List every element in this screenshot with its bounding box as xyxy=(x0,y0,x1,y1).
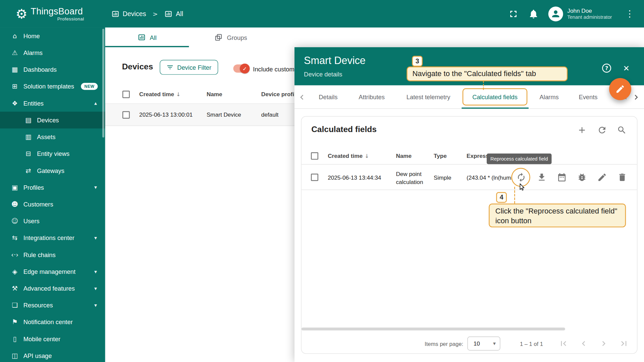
sidebar-label: Assets xyxy=(37,133,55,140)
notifications-bell-icon[interactable] xyxy=(528,8,539,19)
sidebar-item-customers[interactable]: ☻ Customers xyxy=(0,196,105,213)
sidebar-item-entities[interactable]: ❖ Entities ▴ xyxy=(0,95,105,112)
entity-tabs: All Groups xyxy=(105,27,644,47)
pagination-range: 1 – 1 of 1 xyxy=(509,341,554,347)
active-tab-underline xyxy=(462,108,529,109)
sidebar-item-resources[interactable]: ❏ Resources ▾ xyxy=(0,297,105,313)
entities-icon: ❖ xyxy=(10,99,19,107)
delete-trash-icon[interactable] xyxy=(617,172,627,182)
tab-alarms[interactable]: Alarms xyxy=(540,85,559,109)
top-header: ⚙ ThingsBoard Professional Devices > All xyxy=(0,0,644,27)
tabs-scroll-left-icon[interactable] xyxy=(297,93,307,102)
download-icon[interactable] xyxy=(537,172,546,182)
column-created-time[interactable]: Created time↓ xyxy=(139,91,180,98)
tab-groups[interactable]: Groups xyxy=(189,27,273,47)
previous-page-icon[interactable] xyxy=(579,339,588,348)
edit-pencil-icon[interactable] xyxy=(597,172,607,182)
tab-label: All xyxy=(150,34,157,41)
tab-details[interactable]: Details xyxy=(319,85,337,109)
sidebar-item-assets[interactable]: ▥ Assets xyxy=(0,128,105,145)
edit-fab-button[interactable] xyxy=(609,78,631,100)
annotation-step3-callout: Navigate to the "Calculated fields" tab xyxy=(407,66,568,81)
sidebar-item-dashboards[interactable]: ▦ Dashboards xyxy=(0,61,105,78)
chevron-down-icon: ▾ xyxy=(94,184,97,190)
breadcrumb-devices[interactable]: Devices xyxy=(111,10,146,18)
tabs-scroll-right-icon[interactable] xyxy=(631,93,641,102)
user-info[interactable]: John Doe Tenant administrator xyxy=(567,7,612,20)
next-page-icon[interactable] xyxy=(599,339,608,348)
person-icon xyxy=(550,8,561,19)
sidebar-item-api-usage[interactable]: ◫ API usage xyxy=(0,347,105,362)
app-logo[interactable]: ⚙ ThingsBoard Professional xyxy=(16,6,84,21)
annotation-step4-badge: 4 xyxy=(496,192,507,203)
row-checkbox[interactable] xyxy=(122,111,130,119)
devices-icon xyxy=(111,10,119,18)
sidebar-item-edge-management[interactable]: ◈ Edge management ▾ xyxy=(0,263,105,280)
row-checkbox[interactable] xyxy=(311,174,318,181)
kebab-menu-icon[interactable]: ⋮ xyxy=(625,9,634,19)
sidebar-item-integrations-center[interactable]: ⇆ Integrations center ▾ xyxy=(0,229,105,246)
cell-created-time: 2025-06-13 13:00:01 xyxy=(139,111,193,118)
refresh-icon[interactable] xyxy=(597,125,607,135)
sidebar-item-devices[interactable]: ▤ Devices xyxy=(0,112,105,128)
chevron-down-icon: ▾ xyxy=(94,302,97,308)
add-icon[interactable] xyxy=(577,125,587,135)
new-badge: NEW xyxy=(81,83,98,90)
sidebar-label: Profiles xyxy=(23,184,44,191)
sidebar-item-home[interactable]: ⌂ Home xyxy=(0,27,105,44)
sidebar-item-gateways[interactable]: ⇄ Gateways xyxy=(0,162,105,179)
include-customers-toggle[interactable]: ✓ xyxy=(233,64,249,72)
gateways-icon: ⇄ xyxy=(23,167,33,174)
last-page-icon[interactable] xyxy=(619,339,629,348)
sidebar-item-profiles[interactable]: ▣ Profiles ▾ xyxy=(0,179,105,196)
sidebar-item-alarms[interactable]: ⚠ Alarms xyxy=(0,44,105,61)
sidebar: ⌂ Home ⚠ Alarms ▦ Dashboards ⊞ Solution … xyxy=(0,27,105,362)
user-role: Tenant administrator xyxy=(567,14,612,21)
avatar[interactable] xyxy=(548,6,563,21)
sidebar-item-rule-chains[interactable]: ‹·› Rule chains xyxy=(0,246,105,263)
sidebar-item-mobile-center[interactable]: ▯ Mobile center xyxy=(0,330,105,347)
tab-label: Groups xyxy=(227,34,247,41)
cell-created-time: 2025-06-13 13:44:34 xyxy=(328,174,381,181)
tab-latest-telemetry[interactable]: Latest telemetry xyxy=(407,85,450,109)
integrations-icon: ⇆ xyxy=(10,234,19,242)
sidebar-item-notification-center[interactable]: ⚑ Notification center xyxy=(0,314,105,330)
sidebar-item-entity-views[interactable]: ⊟ Entity views xyxy=(0,145,105,162)
debug-bug-icon[interactable] xyxy=(577,172,587,182)
tab-events[interactable]: Events xyxy=(579,85,597,109)
header-actions: John Doe Tenant administrator ⋮ xyxy=(499,6,634,21)
breadcrumb-label: All xyxy=(176,10,183,17)
events-calendar-icon[interactable] xyxy=(557,172,567,182)
items-per-page-select[interactable]: 10 ▾ xyxy=(467,337,500,351)
sidebar-label: Rule chains xyxy=(23,251,56,258)
tab-attributes[interactable]: Attributes xyxy=(359,85,385,109)
calculated-fields-card: Calculated fields Created time↓ Name Typ… xyxy=(301,116,638,354)
breadcrumb-all[interactable]: All xyxy=(164,10,183,18)
select-all-checkbox[interactable] xyxy=(122,91,130,98)
cursor-icon xyxy=(518,183,526,191)
close-icon[interactable]: ✕ xyxy=(623,64,630,73)
sidebar-scrollbar[interactable] xyxy=(102,29,104,137)
sidebar-label: Entity views xyxy=(37,150,69,157)
column-type[interactable]: Type xyxy=(434,153,447,160)
tab-all[interactable]: All xyxy=(105,27,189,47)
sidebar-item-users[interactable]: ☺ Users xyxy=(0,213,105,229)
horizontal-scrollbar[interactable] xyxy=(302,327,565,330)
column-name[interactable]: Name xyxy=(396,153,412,160)
dashboards-icon: ▦ xyxy=(10,66,19,73)
select-all-checkbox[interactable] xyxy=(311,152,318,160)
search-icon[interactable] xyxy=(617,125,627,135)
sidebar-item-solution-templates[interactable]: ⊞ Solution templates NEW xyxy=(0,78,105,95)
column-device-profile[interactable]: Device profile xyxy=(261,91,299,98)
alarms-icon: ⚠ xyxy=(10,49,19,57)
device-filter-button[interactable]: Device Filter xyxy=(160,60,218,75)
first-page-icon[interactable] xyxy=(558,339,568,348)
sidebar-label: API usage xyxy=(23,352,52,359)
fullscreen-icon[interactable] xyxy=(508,8,519,19)
column-created-time[interactable]: Created time↓ xyxy=(328,153,369,160)
sidebar-label: Gateways xyxy=(37,167,64,174)
help-icon[interactable]: ? xyxy=(602,64,611,73)
sidebar-item-advanced-features[interactable]: ⚒ Advanced features ▾ xyxy=(0,280,105,297)
column-name[interactable]: Name xyxy=(207,91,222,98)
chevron-up-icon: ▴ xyxy=(94,100,97,106)
